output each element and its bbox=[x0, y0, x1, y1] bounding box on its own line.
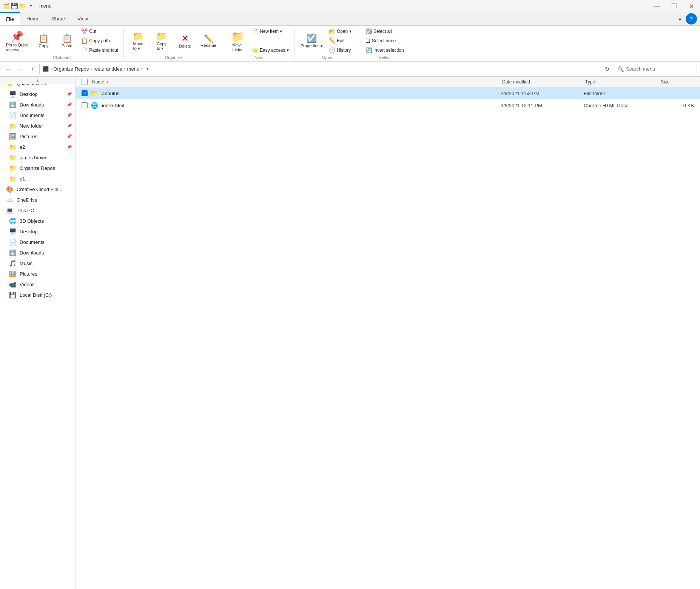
new-item-button[interactable]: 📄 New item ▾ bbox=[250, 27, 291, 35]
minimize-button[interactable]: — bbox=[648, 0, 665, 12]
copy-to-button[interactable]: 📁 Copyto ▾ bbox=[150, 27, 173, 54]
tab-view[interactable]: View bbox=[71, 12, 94, 25]
easy-access-button[interactable]: ⭐ Easy access ▾ bbox=[250, 46, 291, 54]
sidebar-item-documents[interactable]: 📄 Documents 📌 bbox=[0, 110, 75, 120]
sep2: › bbox=[90, 66, 92, 72]
edit-button[interactable]: ✏️ Edit bbox=[327, 37, 357, 45]
sidebar-item-local-disk[interactable]: 💾 Local Disk (C:) bbox=[0, 290, 75, 300]
col-date-label: Date modified bbox=[502, 79, 530, 85]
index-checkbox[interactable] bbox=[82, 102, 88, 108]
col-size-header[interactable]: Size bbox=[659, 79, 697, 85]
copy-path-button[interactable]: 📋 Copy path bbox=[79, 37, 120, 45]
sidebar-item-pictures[interactable]: 🖼️ Pictures 📌 bbox=[0, 131, 75, 142]
organize-items: 📁 Moveto ▾ 📁 Copyto ▾ ✕ Delete ✏️ Rename bbox=[127, 27, 220, 54]
breadcrumb-dropdown[interactable]: ▼ bbox=[145, 67, 149, 71]
sidebar-scroll-up[interactable]: ▲ bbox=[0, 77, 75, 84]
cut-button[interactable]: ✂️ Cut bbox=[79, 27, 120, 35]
select-all-checkbox[interactable] bbox=[82, 79, 88, 85]
move-to-button[interactable]: 📁 Moveto ▾ bbox=[127, 27, 150, 54]
invert-selection-button[interactable]: 🔄 Invert selection bbox=[363, 46, 406, 54]
delete-icon: ✕ bbox=[181, 33, 189, 44]
open-btn[interactable]: 📂 Open ▾ bbox=[327, 27, 357, 35]
col-date-header[interactable]: Date modified bbox=[501, 79, 584, 85]
back-button[interactable]: ← bbox=[3, 64, 14, 74]
close-button[interactable]: ✕ bbox=[683, 0, 700, 12]
pin-quick-access-button[interactable]: 📌 Pin to Quickaccess bbox=[3, 27, 31, 54]
sidebar-item-music[interactable]: 🎵 Music bbox=[0, 258, 75, 268]
paste-label: Paste bbox=[62, 43, 72, 48]
copy-button[interactable]: 📋 Copy bbox=[32, 27, 55, 54]
new-small-col: 📄 New item ▾ ⭐ Easy access ▾ bbox=[250, 27, 291, 54]
index-html-type: Chrome HTML Docu... bbox=[584, 103, 659, 108]
sidebar-item-pictures-pc[interactable]: 🖼️ Pictures bbox=[0, 268, 75, 279]
index-checkbox-col bbox=[79, 102, 91, 108]
main-area: ▲ ⭐ Quick access 🖥️ Desktop 📌 ⬇️ Downloa… bbox=[0, 77, 700, 589]
james-brown-label: james brown bbox=[20, 155, 72, 160]
rename-button[interactable]: ✏️ Rename bbox=[197, 27, 220, 54]
select-col: ☑️ Select all ☐ Select none 🔄 Invert sel… bbox=[363, 27, 406, 54]
help-button[interactable]: ? bbox=[686, 13, 697, 25]
sidebar-item-downloads[interactable]: ⬇️ Downloads 📌 bbox=[0, 99, 75, 110]
sidebar-item-videos[interactable]: 📹 Videos bbox=[0, 279, 75, 290]
history-label: History bbox=[337, 48, 351, 53]
search-input[interactable] bbox=[626, 66, 694, 72]
tab-file[interactable]: File bbox=[0, 12, 20, 25]
refresh-button[interactable]: ↻ bbox=[602, 64, 612, 74]
address-path[interactable]: ⬛ › Organize Repos › resturantIdea › men… bbox=[39, 64, 600, 74]
col-type-header[interactable]: Type bbox=[584, 79, 659, 85]
new-folder-button[interactable]: 📁 Newfolder bbox=[226, 27, 249, 54]
forward-button[interactable]: → bbox=[15, 64, 26, 74]
breadcrumb-resturant[interactable]: resturantIdea bbox=[94, 66, 123, 72]
copy-path-label: Copy path bbox=[89, 38, 110, 43]
pin-indicator: 📌 bbox=[67, 102, 72, 107]
sidebar-item-desktop[interactable]: 🖥️ Desktop 📌 bbox=[0, 89, 75, 99]
onedrive-label: OneDrive bbox=[17, 197, 72, 203]
title-bar-controls: — ❐ ✕ bbox=[648, 0, 700, 12]
sidebar-item-james-brown[interactable]: 📁 james brown bbox=[0, 152, 75, 163]
downloads-pc-icon: ⬇️ bbox=[9, 249, 17, 256]
pin-label: Pin to Quickaccess bbox=[6, 43, 28, 52]
breadcrumb-menu[interactable]: menu bbox=[127, 66, 140, 72]
history-icon: 🕐 bbox=[329, 47, 335, 53]
history-button[interactable]: 🕐 History bbox=[327, 46, 357, 54]
delete-label: Delete bbox=[179, 44, 191, 48]
aboutus-checkbox[interactable]: ✓ bbox=[82, 90, 88, 96]
paste-button[interactable]: 📋 Paste bbox=[56, 27, 78, 54]
sidebar-item-e2[interactable]: 📁 e2 📌 bbox=[0, 142, 75, 152]
select-none-button[interactable]: ☐ Select none bbox=[363, 37, 406, 45]
sidebar-item-new-folder[interactable]: 📁 New folder 📌 bbox=[0, 120, 75, 131]
pin-icon: 📌 bbox=[11, 30, 24, 43]
p1-icon: 📁 bbox=[9, 175, 17, 182]
rename-icon: ✏️ bbox=[204, 34, 213, 43]
sidebar-item-p1[interactable]: 📁 p1 bbox=[0, 173, 75, 184]
sidebar-item-organize-repos[interactable]: 📁 Organize Repos bbox=[0, 163, 75, 173]
select-all-button[interactable]: ☑️ Select all bbox=[363, 27, 406, 35]
delete-button[interactable]: ✕ Delete bbox=[174, 27, 196, 54]
sidebar-this-pc[interactable]: 💻 This PC bbox=[0, 205, 75, 216]
file-row-aboutus[interactable]: ✓ 📁 aboutus 2/9/2021 1:53 PM File folder bbox=[76, 87, 700, 99]
search-box[interactable]: 🔍 bbox=[614, 64, 697, 74]
open-label: Open ▾ bbox=[337, 29, 352, 34]
sidebar-item-documents-pc[interactable]: 📄 Documents bbox=[0, 237, 75, 247]
sidebar-onedrive[interactable]: ☁️ OneDrive bbox=[0, 194, 75, 205]
tab-home[interactable]: Home bbox=[20, 12, 46, 25]
paste-shortcut-button[interactable]: 📄 Paste shortcut bbox=[79, 46, 120, 54]
collapse-ribbon-button[interactable]: ▲ bbox=[674, 13, 686, 25]
clipboard-group: 📌 Pin to Quickaccess 📋 Copy 📋 Paste ✂️ bbox=[0, 27, 124, 61]
music-label: Music bbox=[20, 261, 72, 266]
breadcrumb-organize[interactable]: Organize Repos bbox=[53, 66, 89, 72]
sidebar-item-3d-objects[interactable]: 🌐 3D Objects bbox=[0, 216, 75, 226]
file-row-index-html[interactable]: 🌐 index.html 2/9/2021 12:11 PM Chrome HT… bbox=[76, 99, 700, 111]
sidebar-creative-cloud[interactable]: 🎨 Creative Cloud File... bbox=[0, 184, 75, 194]
properties-button[interactable]: ☑️ Properties ▾ bbox=[298, 27, 326, 54]
up-button[interactable]: ↑ bbox=[27, 64, 38, 74]
col-name-header[interactable]: Name ▲ bbox=[91, 79, 501, 85]
tab-share[interactable]: Share bbox=[46, 12, 72, 25]
index-html-icon: 🌐 bbox=[91, 102, 98, 109]
pin-indicator: 📌 bbox=[67, 123, 72, 128]
organize-group: 📁 Moveto ▾ 📁 Copyto ▾ ✕ Delete ✏️ Rename… bbox=[124, 27, 223, 61]
sidebar-item-downloads-pc[interactable]: ⬇️ Downloads bbox=[0, 247, 75, 258]
rename-label: Rename bbox=[200, 43, 216, 48]
sidebar-item-desktop-pc[interactable]: 🖥️ Desktop bbox=[0, 226, 75, 237]
restore-button[interactable]: ❐ bbox=[665, 0, 683, 12]
